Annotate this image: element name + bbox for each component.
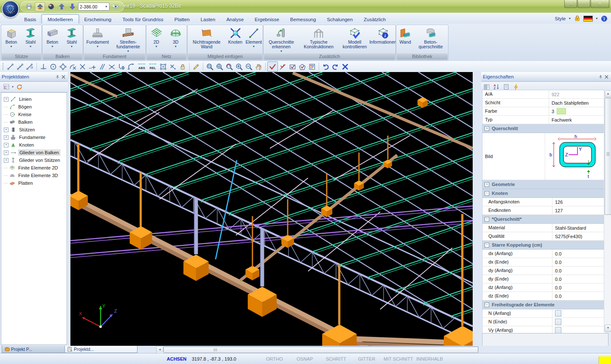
stahl-stuetze-button[interactable]: Stahl ▼: [21, 26, 40, 53]
refresh-icon[interactable]: [15, 83, 24, 91]
tree-item-knoten[interactable]: +Knoten: [1, 141, 67, 149]
checkbox[interactable]: [555, 319, 561, 325]
tab-lasten[interactable]: Lasten: [195, 15, 221, 24]
close-panel-icon[interactable]: [603, 74, 609, 80]
querschnitte-erkennen-button[interactable]: Querschnitte erkennen ▼: [263, 26, 299, 53]
language-flag-icon[interactable]: [583, 16, 593, 22]
zoom-window-icon[interactable]: [205, 62, 215, 71]
style-button[interactable]: Style: [555, 16, 566, 21]
expand-icon[interactable]: +: [4, 135, 8, 140]
snap-perpendicular-icon[interactable]: [39, 62, 48, 71]
viewport-3d[interactable]: XYZ: [70, 72, 473, 346]
zoom-out-icon[interactable]: [244, 62, 254, 71]
relative-corner-icon[interactable]: [126, 62, 136, 71]
expand-icon[interactable]: +: [4, 158, 8, 163]
delete-icon[interactable]: [340, 62, 350, 71]
tree-item-platten[interactable]: Platten: [1, 179, 67, 187]
expand-icon[interactable]: +: [485, 182, 489, 187]
informationen-button[interactable]: i Informationen: [371, 26, 395, 53]
select-by-window-icon[interactable]: [288, 62, 297, 71]
snap-node-icon[interactable]: [107, 62, 117, 71]
info-icon[interactable]: i: [601, 15, 608, 22]
snap-center-icon[interactable]: [48, 62, 58, 71]
tree-item-finite-elemente-3d[interactable]: Finite Elemente 3D: [1, 172, 67, 179]
scroll-up-icon[interactable]: ▲: [605, 90, 611, 97]
language-dropdown-icon[interactable]: ▼: [595, 17, 598, 20]
edit-pencil-icon[interactable]: [191, 62, 201, 71]
collapse-icon[interactable]: −: [485, 303, 489, 307]
expand-icon[interactable]: +: [4, 150, 8, 155]
snap-parallel-icon[interactable]: [97, 62, 107, 71]
tab-modellieren[interactable]: Modellieren: [42, 14, 78, 24]
status-achsen[interactable]: ACHSEN: [167, 356, 186, 361]
snap-point-icon[interactable]: [87, 62, 97, 71]
tree-item-finite-elemente-2d[interactable]: Finite Elemente 2D: [1, 164, 67, 172]
style-dropdown-icon[interactable]: ▼: [568, 17, 571, 20]
snap-intersection-icon[interactable]: [78, 62, 87, 71]
netz-2d-button[interactable]: 2D ▼: [146, 26, 166, 53]
pin-icon[interactable]: [597, 74, 603, 80]
tree-item-glieder-von-stuetzen[interactable]: +Glieder von Stützen: [1, 156, 67, 164]
tab-bemessung[interactable]: Bemessung: [285, 15, 322, 24]
level-up-button[interactable]: [57, 3, 66, 11]
status-schritt[interactable]: SCHRITT: [326, 356, 346, 361]
scroll-down-icon[interactable]: ▼: [605, 325, 611, 332]
lock-tool-icon[interactable]: [178, 62, 188, 71]
property-group-freiheitsgrade[interactable]: −Freiheitsgrade der Elemente: [482, 300, 605, 309]
element-button[interactable]: Element ▼: [245, 26, 263, 53]
properties-scrollbar[interactable]: ▲ ▼: [604, 90, 611, 332]
beton-querschnitte-button[interactable]: Beton-querschnitte: [414, 26, 447, 53]
restore-button[interactable]: □: [577, 0, 590, 8]
scrollbar-thumb[interactable]: [605, 98, 611, 215]
minimize-button[interactable]: –: [564, 0, 577, 8]
streifenfundamente-button[interactable]: Streifen-fundamente ▼: [112, 26, 145, 53]
draw-line-extended-icon[interactable]: [25, 62, 35, 71]
tree-item-balken[interactable]: Balken: [1, 118, 67, 126]
select-by-filter-icon[interactable]: [307, 62, 317, 71]
status-osnap[interactable]: OSNAP: [297, 356, 313, 361]
snap-quadrant-icon[interactable]: [58, 62, 68, 71]
property-value[interactable]: Dach Stahlpfetten: [549, 100, 605, 106]
lock-icon[interactable]: [574, 15, 581, 22]
property-group-geometrie[interactable]: +Geometrie: [482, 180, 605, 189]
render-sphere-button[interactable]: [46, 3, 56, 11]
close-panel-icon[interactable]: [60, 74, 66, 80]
tab-schalungen[interactable]: Schalungen: [322, 15, 359, 24]
stahl-balken-button[interactable]: Stahl ▼: [62, 26, 81, 53]
property-group-starre-koppelung[interactable]: −Starre Koppelung (cm): [482, 241, 605, 250]
toolbar-grip[interactable]: [2, 63, 4, 70]
property-value[interactable]: Fachwerk: [549, 117, 605, 122]
hscrollbar-thumb[interactable]: [163, 347, 478, 353]
viewport-hscrollbar[interactable]: ◄: [156, 346, 479, 353]
snap-off-icon[interactable]: [168, 62, 178, 71]
tab-zusaetzlich[interactable]: Zusätzlich: [358, 15, 391, 24]
tab-projekt-p[interactable]: Projekt P...: [2, 346, 70, 353]
combo-dropdown-icon[interactable]: ▼: [105, 5, 108, 8]
tree-item-glieder-von-balken[interactable]: +Glieder von Balken: [1, 149, 67, 156]
zoom-in-icon[interactable]: [234, 62, 244, 71]
collapse-icon[interactable]: −: [485, 191, 489, 196]
abs-coords-button[interactable]: ABS: [136, 62, 147, 71]
object-snap-settings-icon[interactable]: [158, 62, 168, 71]
modell-kontrollieren-button[interactable]: Modell kontrollieren: [338, 26, 371, 53]
fundament-button[interactable]: Fundament ▼: [84, 26, 112, 53]
panel-splitter-right[interactable]: [473, 72, 481, 346]
nichttragende-wand-button[interactable]: Nichttragende Wand: [188, 26, 226, 53]
zoom-extents-icon[interactable]: [215, 62, 224, 71]
tree-filter-icon[interactable]: Σ: [2, 83, 11, 91]
rel-coords-button[interactable]: REL: [147, 62, 158, 71]
tab-projektdaten[interactable]: Projektd...: [64, 346, 137, 353]
collapse-icon[interactable]: −: [485, 217, 489, 222]
expand-icon[interactable]: +: [485, 126, 489, 131]
level-combobox[interactable]: 2-386.00 ▼: [78, 3, 109, 11]
scroll-left-icon[interactable]: ◄: [157, 347, 163, 352]
close-button[interactable]: ×: [591, 0, 609, 8]
netz-3d-button[interactable]: 3D ▼: [166, 26, 185, 53]
knoten-button[interactable]: Knoten: [226, 26, 245, 53]
tree-item-fundamente[interactable]: +Fundamente: [1, 133, 67, 141]
wand-bibliothek-button[interactable]: Wand: [396, 26, 414, 53]
checkbox[interactable]: [555, 310, 561, 317]
tab-analyse[interactable]: Analyse: [221, 15, 249, 24]
select-by-polygon-icon[interactable]: [297, 62, 307, 71]
tab-erscheinung[interactable]: Erscheinung: [79, 15, 117, 24]
